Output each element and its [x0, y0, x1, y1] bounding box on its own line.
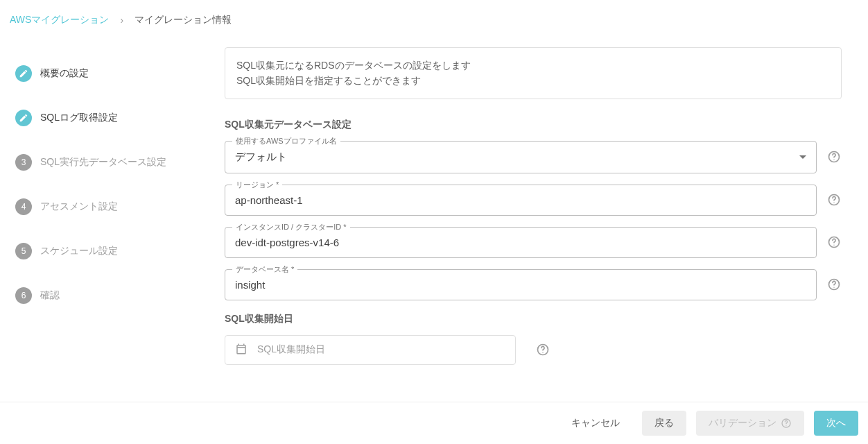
cancel-button[interactable]: キャンセル: [559, 411, 632, 436]
intro-card: SQL収集元になるRDSのデータベースの設定をします SQL収集開始日を指定する…: [225, 47, 842, 99]
svg-point-3: [833, 203, 834, 203]
help-icon[interactable]: [535, 342, 550, 357]
validation-button[interactable]: バリデーション: [696, 411, 804, 436]
help-icon: [781, 418, 792, 429]
field-value: insight: [235, 279, 265, 291]
field-label: データベース名 *: [232, 264, 297, 275]
main-panel: SQL収集元になるRDSのデータベースの設定をします SQL収集開始日を指定する…: [225, 40, 842, 365]
intro-line: SQL収集開始日を指定することができます: [236, 73, 830, 88]
breadcrumb-root-link[interactable]: AWSマイグレーション: [10, 14, 109, 26]
step-label: アセスメント設定: [40, 200, 118, 213]
step-number-icon: 3: [15, 154, 32, 171]
help-icon[interactable]: [826, 192, 842, 207]
field-label: リージョン *: [232, 180, 282, 190]
field-label: 使用するAWSプロファイル名: [232, 136, 340, 146]
back-button[interactable]: 戻る: [642, 411, 686, 436]
step-label: スケジュール設定: [40, 245, 118, 257]
step-label: SQLログ取得設定: [40, 112, 118, 124]
svg-point-5: [833, 245, 834, 246]
stepper: 概要の設定 SQLログ取得設定 3 SQL実行先データベース設定 4 アセスメン…: [10, 40, 225, 365]
step-number-icon: 4: [15, 198, 32, 215]
field-value: デフォルト: [235, 151, 287, 164]
svg-point-11: [785, 425, 786, 426]
chevron-right-icon: ›: [120, 15, 123, 26]
step-number-icon: 5: [15, 243, 32, 259]
help-icon[interactable]: [826, 277, 842, 292]
help-icon[interactable]: [826, 149, 842, 164]
date-placeholder: SQL収集開始日: [257, 343, 325, 356]
calendar-icon: [235, 343, 248, 357]
section-title: SQL収集元データベース設定: [225, 119, 842, 131]
help-icon[interactable]: [826, 234, 842, 250]
intro-line: SQL収集元になるRDSのデータベースの設定をします: [236, 58, 830, 73]
aws-profile-select[interactable]: 使用するAWSプロファイル名 デフォルト: [225, 141, 817, 173]
field-label: インスタンスID / クラスターID *: [232, 222, 350, 232]
step-sql-log[interactable]: SQLログ取得設定: [10, 96, 225, 140]
field-value: ap-northeast-1: [235, 194, 303, 206]
svg-point-1: [833, 160, 834, 160]
chevron-down-icon: [799, 155, 806, 159]
step-schedule[interactable]: 5 スケジュール設定: [10, 229, 225, 273]
svg-point-7: [833, 287, 834, 288]
breadcrumb: AWSマイグレーション › マイグレーション情報: [0, 0, 868, 40]
footer-actions: キャンセル 戻る バリデーション 次へ: [0, 402, 868, 444]
step-assessment[interactable]: 4 アセスメント設定: [10, 185, 225, 229]
step-label: 概要の設定: [40, 67, 89, 80]
pencil-icon: [15, 110, 32, 126]
step-label: 確認: [40, 289, 60, 302]
pencil-icon: [15, 65, 32, 82]
field-value: dev-idt-postgres-v14-6: [235, 237, 339, 248]
step-sql-target-db[interactable]: 3 SQL実行先データベース設定: [10, 140, 225, 185]
svg-point-9: [542, 352, 543, 353]
breadcrumb-current: マイグレーション情報: [134, 14, 232, 26]
database-name-input[interactable]: データベース名 * insight: [225, 269, 817, 300]
step-label: SQL実行先データベース設定: [40, 156, 166, 169]
next-button[interactable]: 次へ: [814, 411, 858, 436]
validation-button-label: バリデーション: [709, 417, 776, 429]
step-number-icon: 6: [15, 287, 32, 304]
step-confirm[interactable]: 6 確認: [10, 273, 225, 318]
date-section-title: SQL収集開始日: [225, 313, 842, 325]
start-date-input[interactable]: SQL収集開始日: [225, 335, 516, 365]
instance-id-input[interactable]: インスタンスID / クラスターID * dev-idt-postgres-v1…: [225, 227, 817, 258]
region-input[interactable]: リージョン * ap-northeast-1: [225, 185, 817, 216]
step-overview[interactable]: 概要の設定: [10, 51, 225, 96]
